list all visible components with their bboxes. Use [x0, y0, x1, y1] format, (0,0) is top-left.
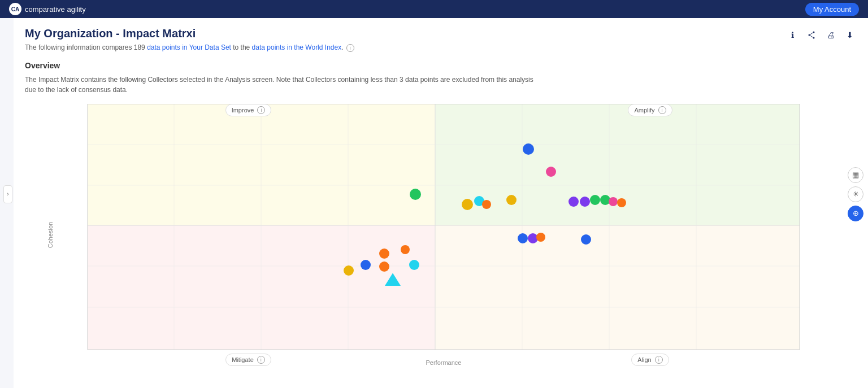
svg-point-45 — [401, 245, 410, 254]
svg-point-33 — [609, 197, 618, 206]
page-subtitle: The following information compares 189 d… — [25, 43, 857, 52]
svg-point-38 — [581, 234, 591, 245]
x-axis-label: Performance — [36, 359, 851, 366]
svg-point-32 — [600, 195, 610, 205]
logo-text: comparative agility — [25, 5, 86, 14]
print-button[interactable]: 🖨 — [824, 28, 837, 42]
svg-point-24 — [410, 189, 421, 200]
right-tools: ▦ ✳ ⊕ — [848, 167, 863, 221]
improve-label: Improve i — [225, 104, 272, 116]
main-content: ℹ 🖨 ⬇ My Organization - Impact Matrxi Th… — [14, 18, 868, 388]
overview-text: The Impact Matrix contains the following… — [25, 75, 533, 95]
share-button[interactable] — [805, 28, 818, 42]
svg-point-40 — [379, 261, 389, 272]
svg-point-35 — [518, 233, 528, 243]
mitigate-label: Mitigate i — [225, 354, 271, 366]
svg-point-41 — [344, 265, 354, 276]
svg-point-30 — [580, 197, 590, 207]
subtitle-info-icon[interactable]: i — [346, 44, 354, 52]
amplify-info-icon[interactable]: i — [658, 106, 666, 114]
data-points-link2[interactable]: data points in the World Index — [252, 43, 342, 51]
bar-chart-icon[interactable]: ▦ — [848, 167, 863, 183]
header: CA comparative agility My Account — [0, 0, 868, 18]
svg-line-4 — [809, 35, 814, 38]
y-axis-label: Cohesion — [47, 222, 54, 248]
logo-area: CA comparative agility — [9, 3, 86, 15]
chart-area: Cohesion Improve i Amplify i — [36, 104, 851, 366]
svg-rect-5 — [88, 104, 435, 225]
svg-point-44 — [379, 249, 389, 259]
svg-point-34 — [617, 198, 626, 207]
download-button[interactable]: ⬇ — [843, 28, 857, 42]
svg-point-31 — [590, 195, 600, 205]
logo-icon: CA — [9, 3, 21, 15]
sidebar-toggle[interactable]: › — [3, 185, 12, 203]
svg-point-37 — [536, 233, 545, 242]
settings-icon[interactable]: ✳ — [848, 186, 863, 202]
align-info-icon[interactable]: i — [655, 356, 663, 364]
svg-point-23 — [546, 167, 556, 177]
overview-title: Overview — [25, 61, 857, 70]
svg-point-29 — [568, 197, 579, 207]
align-label: Align i — [631, 354, 669, 366]
chart-wrapper: Cohesion Improve i Amplify i — [25, 104, 857, 377]
svg-rect-8 — [435, 225, 800, 350]
svg-point-39 — [361, 260, 371, 270]
impact-matrix-chart — [36, 104, 851, 364]
data-points-link1[interactable]: data points in Your Data Set — [147, 43, 231, 51]
svg-point-27 — [482, 200, 491, 209]
page-title: My Organization - Impact Matrxi — [25, 27, 857, 40]
amplify-label: Amplify i — [628, 104, 672, 116]
svg-point-22 — [523, 143, 534, 155]
info-button[interactable]: ℹ — [785, 28, 799, 42]
svg-point-42 — [409, 260, 419, 270]
my-account-button[interactable]: My Account — [805, 3, 859, 16]
svg-line-3 — [809, 32, 814, 35]
globe-icon[interactable]: ⊕ — [848, 206, 863, 221]
svg-point-25 — [462, 199, 473, 210]
svg-point-28 — [506, 195, 517, 205]
top-actions: ℹ 🖨 ⬇ — [785, 28, 857, 42]
improve-info-icon[interactable]: i — [257, 106, 265, 114]
mitigate-info-icon[interactable]: i — [257, 356, 265, 364]
svg-rect-7 — [88, 225, 435, 350]
